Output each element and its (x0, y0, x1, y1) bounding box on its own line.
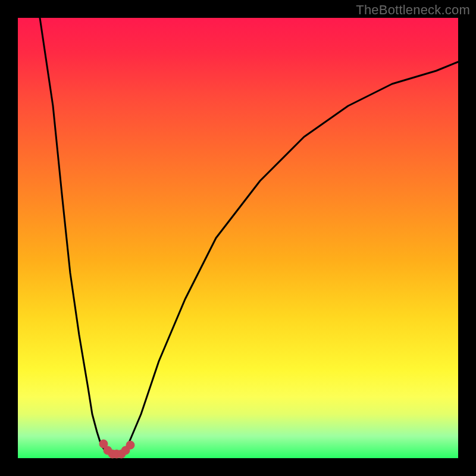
watermark-text: TheBottleneck.com (356, 2, 470, 18)
bottleneck-curve (18, 18, 458, 458)
curve-path (40, 18, 458, 455)
valley-marker (99, 440, 134, 458)
chart-frame: TheBottleneck.com (0, 0, 476, 476)
svg-point-6 (126, 441, 134, 449)
